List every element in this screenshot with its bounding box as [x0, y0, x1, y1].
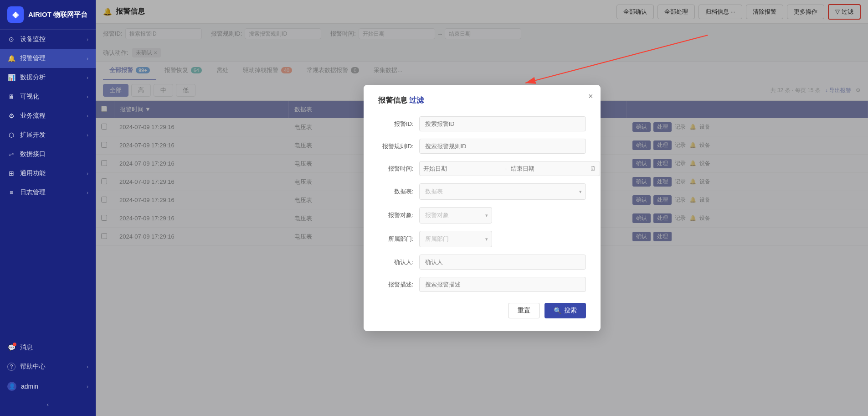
sidebar-item-label: 可视化	[20, 93, 39, 101]
logo-icon: ◈	[7, 6, 24, 23]
modal-close-button[interactable]: ×	[588, 92, 593, 100]
general-icon: ⊞	[7, 169, 15, 177]
reset-button[interactable]: 重置	[508, 303, 540, 318]
form-row-description: 报警描述:	[378, 277, 586, 292]
chevron-down-icon: ▾	[485, 236, 488, 242]
svg-line-1	[525, 35, 708, 83]
department-placeholder: 所属部门	[425, 235, 449, 242]
sidebar: ◈ AIRIOT 物联网平台 ⊙ 设备监控 › 🔔 报警管理 › 📊 数据分析 …	[0, 0, 96, 416]
sidebar-item-log[interactable]: ≡ 日志管理 ›	[0, 183, 96, 202]
modal-title-highlight: 过滤	[409, 96, 424, 105]
sidebar-item-label: 设备监控	[20, 35, 46, 43]
chevron-down-icon: ▾	[485, 213, 488, 218]
modal-footer: 重置 🔍 搜索	[378, 303, 586, 318]
sidebar-item-admin[interactable]: 👤 admin ›	[0, 376, 96, 396]
sidebar-item-extend[interactable]: ⬡ 扩展开发 ›	[0, 125, 96, 145]
sidebar-item-label: 通用功能	[20, 169, 46, 177]
sidebar-item-label: 日志管理	[20, 188, 46, 197]
sidebar-logo: ◈ AIRIOT 物联网平台	[0, 0, 96, 30]
sidebar-item-data[interactable]: 📊 数据分析 ›	[0, 68, 96, 87]
device-icon: ⊙	[7, 35, 15, 43]
chevron-right-icon: ›	[87, 56, 88, 61]
datatable-select[interactable]: 数据表 ▾	[419, 183, 586, 200]
modal-title: 报警信息 过滤	[378, 96, 586, 105]
department-select[interactable]: 所属部门 ▾	[419, 231, 492, 247]
data-icon: 📊	[7, 73, 15, 82]
sidebar-item-label: admin	[21, 383, 38, 390]
modal-alarm-id-input[interactable]	[419, 116, 586, 131]
sidebar-item-visual[interactable]: 🖥 可视化 ›	[0, 87, 96, 106]
form-row-confirmer: 确认人:	[378, 255, 586, 270]
confirmer-label: 确认人:	[378, 258, 419, 266]
form-row-datatable: 数据表: 数据表 ▾	[378, 183, 586, 200]
sidebar-item-workflow[interactable]: ⚙ 业务流程 ›	[0, 106, 96, 125]
filter-modal: 报警信息 过滤 × 报警ID: 报警规则ID: 报警时间: →	[364, 85, 601, 331]
search-icon: 🔍	[554, 307, 561, 314]
chevron-right-icon: ›	[87, 113, 88, 119]
date-range-picker[interactable]: → 🗓	[419, 161, 600, 176]
rule-id-label: 报警规则ID:	[378, 142, 419, 151]
alarm-target-select[interactable]: 报警对象 ▾	[419, 207, 492, 224]
chevron-right-icon: ›	[87, 384, 88, 389]
alarm-id-label: 报警ID:	[378, 120, 419, 128]
department-label: 所属部门:	[378, 235, 419, 243]
modal-overlay: 报警信息 过滤 × 报警ID: 报警规则ID: 报警时间: →	[96, 0, 868, 416]
form-row-department: 所属部门: 所属部门 ▾	[378, 231, 586, 247]
sidebar-item-label: 消息	[20, 343, 33, 352]
calendar-icon[interactable]: 🗓	[590, 165, 596, 172]
date-arrow-icon: →	[503, 166, 508, 172]
description-input[interactable]	[419, 277, 586, 292]
chevron-right-icon: ›	[87, 94, 88, 99]
modal-rule-id-input[interactable]	[419, 139, 586, 154]
search-button[interactable]: 🔍 搜索	[544, 303, 586, 318]
sidebar-item-label: 数据分析	[20, 73, 46, 82]
datatable-label: 数据表:	[378, 187, 419, 196]
description-label: 报警描述:	[378, 281, 419, 289]
sidebar-nav: ⊙ 设备监控 › 🔔 报警管理 › 📊 数据分析 › 🖥 可视化 ›	[0, 30, 96, 330]
sidebar-item-label: 帮助中心	[20, 363, 46, 371]
form-row-rule-id: 报警规则ID:	[378, 139, 586, 154]
visual-icon: 🖥	[7, 93, 15, 101]
help-icon: ?	[7, 363, 15, 371]
logo-text: AIRIOT 物联网平台	[28, 10, 87, 19]
sidebar-item-message[interactable]: 💬 消息	[0, 338, 96, 357]
date-start-input[interactable]	[423, 161, 500, 176]
sidebar-item-label: 扩展开发	[20, 131, 46, 139]
chevron-right-icon: ›	[87, 171, 88, 176]
chevron-right-icon: ›	[87, 132, 88, 138]
sidebar-collapse-button[interactable]: ‹	[0, 396, 96, 412]
search-label: 搜索	[564, 307, 577, 315]
alarm-target-label: 报警对象:	[378, 211, 419, 219]
sidebar-item-device[interactable]: ⊙ 设备监控 ›	[0, 30, 96, 49]
dataif-icon: ⇌	[7, 150, 15, 158]
form-row-alarm-target: 报警对象: 报警对象 ▾	[378, 207, 586, 224]
form-row-alarm-id: 报警ID:	[378, 116, 586, 131]
chevron-down-icon: ▾	[579, 189, 582, 195]
datatable-placeholder: 数据表	[425, 188, 443, 195]
chevron-right-icon: ›	[87, 36, 88, 42]
sidebar-item-label: 业务流程	[20, 112, 46, 120]
alarm-icon: 🔔	[7, 54, 15, 62]
chevron-right-icon: ›	[87, 190, 88, 195]
form-row-time: 报警时间: → 🗓	[378, 161, 586, 176]
extend-icon: ⬡	[7, 131, 15, 139]
alarm-target-placeholder: 报警对象	[425, 212, 449, 218]
workflow-icon: ⚙	[7, 112, 15, 120]
date-end-input[interactable]	[511, 161, 587, 176]
chevron-right-icon: ›	[87, 364, 88, 369]
avatar-icon: 👤	[7, 382, 16, 391]
message-badge	[13, 343, 16, 346]
sidebar-item-label: 数据接口	[20, 150, 46, 158]
log-icon: ≡	[7, 188, 15, 197]
sidebar-item-dataif[interactable]: ⇌ 数据接口	[0, 145, 96, 164]
confirmer-input[interactable]	[419, 255, 586, 270]
sidebar-item-help[interactable]: ? 帮助中心 ›	[0, 357, 96, 376]
sidebar-bottom: 💬 消息 ? 帮助中心 › 👤 admin › ‹	[0, 330, 96, 416]
time-label: 报警时间:	[378, 165, 419, 173]
main-content: 🔔 报警信息 全部确认 全部处理 归档信息 ··· 清除报警 更多操作 ▽ 过滤…	[96, 0, 868, 416]
sidebar-item-alarm[interactable]: 🔔 报警管理 ›	[0, 49, 96, 68]
sidebar-item-label: 报警管理	[20, 54, 46, 62]
sidebar-item-general[interactable]: ⊞ 通用功能 ›	[0, 164, 96, 183]
chevron-right-icon: ›	[87, 75, 88, 80]
